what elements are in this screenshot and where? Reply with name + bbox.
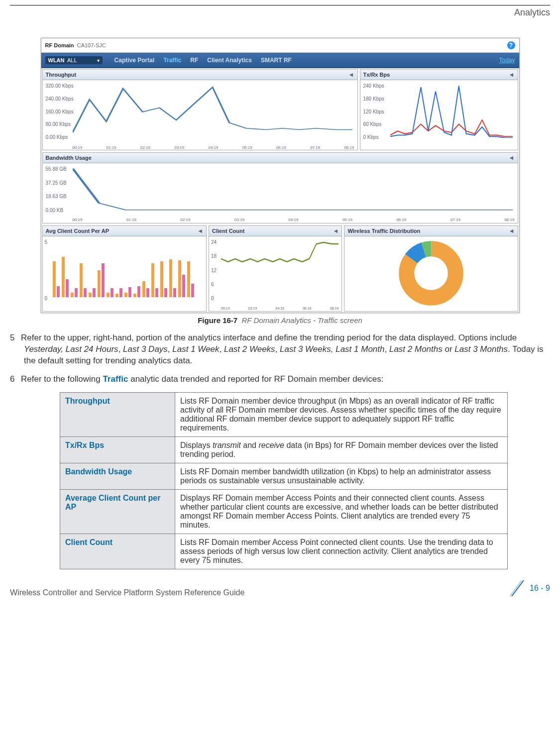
rf-domain-breadcrumb: RF Domain CA107-SJC [45, 42, 106, 48]
footer-page: 16 - 9 [509, 579, 550, 597]
collapse-icon[interactable]: ◄ [509, 227, 515, 234]
term-clientcount: Client Count [60, 534, 175, 569]
wlan-label: WLAN [48, 57, 65, 63]
term-txrx: Tx/Rx Bps [60, 436, 175, 463]
panel-client-count: Client Count ◄ 24 18 12 6 0 00:1 [209, 225, 342, 312]
def-avgclient: Displays RF Domain member Access Points … [175, 489, 508, 534]
clientcount-yticks: 24 18 12 6 0 [211, 239, 217, 301]
throughput-xticks: 00:1901:1902:1903:1904:1905:1906:1907:19… [73, 145, 354, 150]
collapse-icon[interactable]: ◄ [509, 154, 515, 161]
panel-bandwidth: Bandwidth Usage ◄ 55.88 GB 37.25 GB 18.6… [42, 152, 518, 223]
panel-bandwidth-title: Bandwidth Usage [46, 155, 92, 161]
collapse-icon[interactable]: ◄ [197, 227, 203, 234]
step-6-text: 6Refer to the following Traffic analytic… [10, 374, 550, 385]
table-row: Average Client Count per AP Displays RF … [60, 489, 508, 534]
txrx-yticks: 240 Kbps 180 Kbps 120 Kbps 60 Kbps 0 Kbp… [363, 83, 384, 140]
tab-client-analytics[interactable]: Client Analytics [207, 57, 252, 64]
throughput-chart [73, 83, 352, 138]
table-row: Bandwidth Usage Lists RF Domain member b… [60, 463, 508, 489]
throughput-yticks: 320.00 Kbps 240.00 Kbps 160.00 Kbps 80.0… [46, 83, 74, 140]
panel-avg-client-ap-title: Avg Client Count Per AP [46, 228, 110, 234]
collapse-icon[interactable]: ◄ [348, 71, 354, 78]
collapse-icon[interactable]: ◄ [509, 71, 515, 78]
clientcount-xticks: 00:1902:1904:1906:1908:19 [221, 307, 338, 310]
help-icon[interactable]: ? [507, 41, 515, 49]
panel-txrx-title: Tx/Rx Bps [363, 72, 390, 78]
term-throughput: Throughput [60, 392, 175, 436]
svg-point-4 [417, 259, 445, 287]
page-slash-icon [509, 579, 527, 597]
screenshot-rf-domain-traffic: RF Domain CA107-SJC ? WLAN ALL Captive P… [41, 38, 520, 313]
trending-period-link[interactable]: Today [499, 57, 515, 64]
step-5-text: 5Refer to the upper, right-hand, portion… [10, 332, 550, 367]
tab-bar: Captive Portal Traffic RF Client Analyti… [114, 57, 292, 64]
panel-traffic-dist: Wireless Traffic Distribution ◄ [344, 225, 518, 312]
figure-caption: Figure 16-7 RF Domain Analytics - Traffi… [10, 316, 550, 324]
tab-smart-rf[interactable]: SMART RF [261, 57, 292, 64]
def-txrx: Displays transmit and receive data (in B… [175, 436, 508, 463]
donut-chart [347, 238, 514, 308]
panel-txrx: Tx/Rx Bps ◄ 240 Kbps 180 Kbps 120 Kbps 6… [360, 69, 518, 150]
avgclient-bars [53, 241, 204, 297]
section-header: Analytics [10, 7, 550, 18]
bandwidth-chart [73, 166, 513, 211]
table-row: Tx/Rx Bps Displays transmit and receive … [60, 436, 508, 463]
table-row: Throughput Lists RF Domain member device… [60, 392, 508, 436]
panel-client-count-title: Client Count [212, 228, 244, 234]
bandwidth-yticks: 55.88 GB 37.25 GB 18.63 GB 0.00 KB [46, 166, 67, 213]
panel-avg-client-ap: Avg Client Count Per AP ◄ 5 0 [42, 225, 207, 312]
wlan-dropdown[interactable]: WLAN ALL [45, 56, 103, 64]
avgclient-yticks: 5 0 [45, 239, 48, 301]
table-row: Client Count Lists RF Domain member Acce… [60, 534, 508, 569]
def-clientcount: Lists RF Domain member Access Point conn… [175, 534, 508, 569]
wlan-value: ALL [67, 57, 77, 63]
clientcount-chart [221, 239, 338, 299]
rf-domain-label: RF Domain [45, 42, 74, 48]
def-throughput: Lists RF Domain member device throughput… [175, 392, 508, 436]
term-avgclient: Average Client Count per AP [60, 489, 175, 534]
panel-traffic-dist-title: Wireless Traffic Distribution [347, 228, 420, 234]
tab-captive-portal[interactable]: Captive Portal [114, 57, 155, 64]
def-bandwidth: Lists RF Domain member bandwidth utiliza… [175, 463, 508, 489]
bandwidth-xticks: 00:1901:1902:1903:1904:1905:1906:1907:19… [73, 217, 515, 222]
panel-throughput: Throughput ◄ 320.00 Kbps 240.00 Kbps 160… [42, 69, 358, 150]
panel-throughput-title: Throughput [46, 72, 77, 78]
rf-domain-value: CA107-SJC [77, 42, 106, 48]
traffic-definitions-table: Throughput Lists RF Domain member device… [60, 392, 508, 569]
term-bandwidth: Bandwidth Usage [60, 463, 175, 489]
footer-doc-title: Wireless Controller and Service Platform… [10, 588, 244, 597]
tab-rf[interactable]: RF [190, 57, 198, 64]
collapse-icon[interactable]: ◄ [333, 227, 339, 234]
txrx-chart [390, 83, 513, 138]
tab-traffic[interactable]: Traffic [163, 57, 181, 64]
